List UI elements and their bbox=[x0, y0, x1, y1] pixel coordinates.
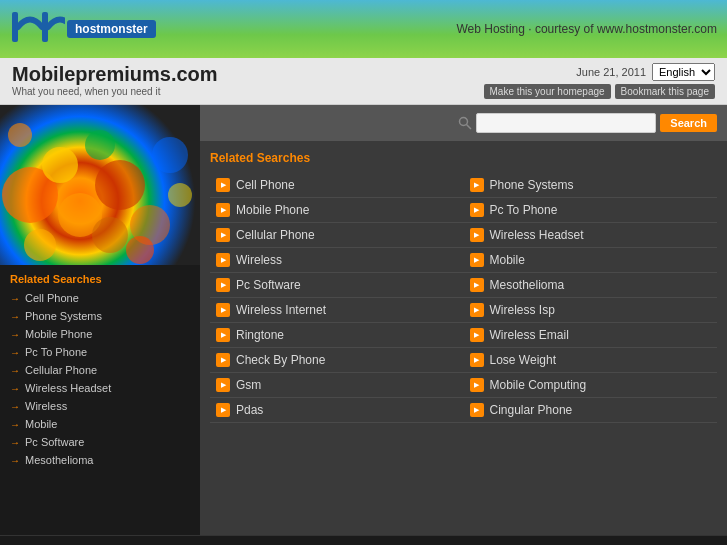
svg-line-16 bbox=[467, 125, 472, 130]
sidebar-item-cell-phone[interactable]: →Cell Phone bbox=[0, 289, 200, 307]
sidebar-item-label: Mesothelioma bbox=[25, 454, 93, 466]
search-input[interactable] bbox=[476, 113, 656, 133]
sidebar-item-phone-systems[interactable]: →Phone Systems bbox=[0, 307, 200, 325]
sidebar-item-wireless-headset[interactable]: →Wireless Headset bbox=[0, 379, 200, 397]
result-cell-phone[interactable]: Cell Phone bbox=[210, 173, 464, 198]
result-gsm[interactable]: Gsm bbox=[210, 373, 464, 398]
bookmark-link[interactable]: Bookmark this page bbox=[615, 84, 715, 99]
result-cingular-phone[interactable]: Cingular Phone bbox=[464, 398, 718, 423]
result-pdas[interactable]: Pdas bbox=[210, 398, 464, 423]
result-label: Wireless Email bbox=[490, 328, 569, 342]
result-label: Wireless bbox=[236, 253, 282, 267]
arrow-icon: → bbox=[10, 365, 20, 376]
svg-point-12 bbox=[168, 183, 192, 207]
result-check-by-phone[interactable]: Check By Phone bbox=[210, 348, 464, 373]
result-label: Mobile Computing bbox=[490, 378, 587, 392]
sidebar-item-label: Wireless Headset bbox=[25, 382, 111, 394]
result-icon bbox=[470, 303, 484, 317]
result-icon bbox=[216, 178, 230, 192]
svg-point-15 bbox=[460, 118, 468, 126]
result-icon bbox=[216, 328, 230, 342]
top-banner: hostmonster Web Hosting · courtesy of ww… bbox=[0, 0, 727, 58]
sidebar-image bbox=[0, 105, 200, 265]
sidebar-item-wireless[interactable]: →Wireless bbox=[0, 397, 200, 415]
result-pc-to-phone[interactable]: Pc To Phone bbox=[464, 198, 718, 223]
arrow-icon: → bbox=[10, 383, 20, 394]
result-cellular-phone[interactable]: Cellular Phone bbox=[210, 223, 464, 248]
result-label: Cellular Phone bbox=[236, 228, 315, 242]
search-bar: Search bbox=[200, 105, 727, 141]
sidebar-item-label: Mobile bbox=[25, 418, 57, 430]
hosting-courtesy-text: Web Hosting · courtesy of www.hostmonste… bbox=[456, 22, 717, 36]
svg-point-11 bbox=[126, 236, 154, 264]
main-content: Related Searches →Cell Phone →Phone Syst… bbox=[0, 105, 727, 535]
sidebar-item-pc-software[interactable]: →Pc Software bbox=[0, 433, 200, 451]
result-pc-software[interactable]: Pc Software bbox=[210, 273, 464, 298]
result-label: Wireless Isp bbox=[490, 303, 555, 317]
arrow-icon: → bbox=[10, 401, 20, 412]
result-mobile-computing[interactable]: Mobile Computing bbox=[464, 373, 718, 398]
hostmonster-brand: hostmonster bbox=[67, 20, 156, 38]
result-lose-weight[interactable]: Lose Weight bbox=[464, 348, 718, 373]
result-label: Check By Phone bbox=[236, 353, 325, 367]
result-wireless-isp[interactable]: Wireless Isp bbox=[464, 298, 718, 323]
language-select[interactable]: English bbox=[652, 63, 715, 81]
sidebar-item-mobile-phone[interactable]: →Mobile Phone bbox=[0, 325, 200, 343]
svg-point-9 bbox=[152, 137, 188, 173]
make-homepage-link[interactable]: Make this your homepage bbox=[484, 84, 611, 99]
result-phone-systems[interactable]: Phone Systems bbox=[464, 173, 718, 198]
result-icon bbox=[470, 353, 484, 367]
result-label: Pc To Phone bbox=[490, 203, 558, 217]
bottom-bar: Related Searches: Wireless Internet | Wi… bbox=[0, 535, 727, 545]
result-icon bbox=[470, 403, 484, 417]
arrow-icon: → bbox=[10, 293, 20, 304]
result-wireless[interactable]: Wireless bbox=[210, 248, 464, 273]
site-header: Mobilepremiums.com What you need, when y… bbox=[0, 58, 727, 105]
header-date: June 21, 2011 bbox=[576, 66, 646, 78]
result-label: Wireless Headset bbox=[490, 228, 584, 242]
sidebar-item-label: Cellular Phone bbox=[25, 364, 97, 376]
left-sidebar: Related Searches →Cell Phone →Phone Syst… bbox=[0, 105, 200, 535]
sidebar-item-label: Phone Systems bbox=[25, 310, 102, 322]
svg-point-6 bbox=[95, 160, 145, 210]
result-label: Gsm bbox=[236, 378, 261, 392]
sidebar-item-cellular-phone[interactable]: →Cellular Phone bbox=[0, 361, 200, 379]
svg-point-13 bbox=[8, 123, 32, 147]
sidebar-items: →Cell Phone →Phone Systems →Mobile Phone… bbox=[0, 289, 200, 469]
sidebar-item-mesothelioma[interactable]: →Mesothelioma bbox=[0, 451, 200, 469]
search-icon bbox=[458, 116, 472, 130]
header-links: Make this your homepage Bookmark this pa… bbox=[484, 84, 715, 99]
arrow-icon: → bbox=[10, 329, 20, 340]
search-button[interactable]: Search bbox=[660, 114, 717, 132]
related-panel: Related Searches Cell Phone Phone System… bbox=[200, 141, 727, 535]
result-wireless-internet[interactable]: Wireless Internet bbox=[210, 298, 464, 323]
result-wireless-headset[interactable]: Wireless Headset bbox=[464, 223, 718, 248]
result-icon bbox=[216, 403, 230, 417]
result-icon bbox=[216, 278, 230, 292]
result-wireless-email[interactable]: Wireless Email bbox=[464, 323, 718, 348]
arrow-icon: → bbox=[10, 437, 20, 448]
result-mesothelioma[interactable]: Mesothelioma bbox=[464, 273, 718, 298]
result-label: Pdas bbox=[236, 403, 263, 417]
result-icon bbox=[470, 228, 484, 242]
header-date-lang: June 21, 2011 English bbox=[576, 63, 715, 81]
result-mobile[interactable]: Mobile bbox=[464, 248, 718, 273]
result-mobile-phone[interactable]: Mobile Phone bbox=[210, 198, 464, 223]
result-label: Lose Weight bbox=[490, 353, 557, 367]
sidebar-item-label: Wireless bbox=[25, 400, 67, 412]
sidebar-item-pc-to-phone[interactable]: →Pc To Phone bbox=[0, 343, 200, 361]
result-label: Ringtone bbox=[236, 328, 284, 342]
sidebar-item-label: Pc Software bbox=[25, 436, 84, 448]
arrow-icon: → bbox=[10, 419, 20, 430]
svg-point-8 bbox=[85, 130, 115, 160]
result-ringtone[interactable]: Ringtone bbox=[210, 323, 464, 348]
header-right: June 21, 2011 English Make this your hom… bbox=[484, 63, 715, 99]
arrow-icon: → bbox=[10, 455, 20, 466]
sidebar-item-mobile[interactable]: →Mobile bbox=[0, 415, 200, 433]
result-label: Mobile Phone bbox=[236, 203, 309, 217]
result-icon bbox=[470, 203, 484, 217]
result-icon bbox=[216, 303, 230, 317]
result-icon bbox=[216, 228, 230, 242]
sidebar-item-label: Pc To Phone bbox=[25, 346, 87, 358]
site-title: Mobilepremiums.com bbox=[12, 63, 218, 86]
